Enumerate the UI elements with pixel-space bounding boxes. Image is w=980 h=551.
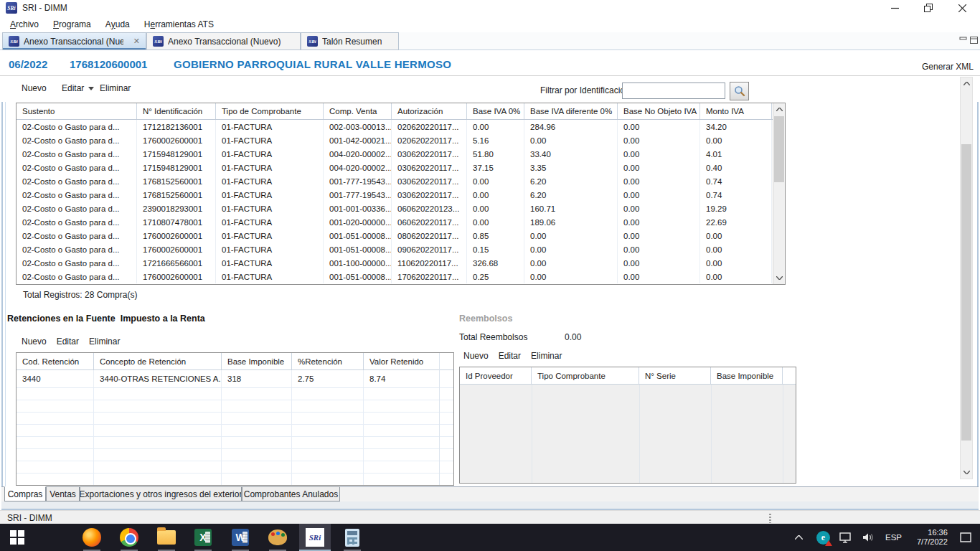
scroll-down-icon[interactable] xyxy=(961,466,972,479)
table-row[interactable]: 02-Costo o Gasto para d...17159481290010… xyxy=(17,161,773,174)
menu-archivo[interactable]: Archivo xyxy=(3,16,46,32)
compras-toolbar: Nuevo Editar Eliminar Filtrar por Identi… xyxy=(0,76,980,102)
taskbar-word[interactable]: W xyxy=(225,524,256,551)
compras-table-scrollbar[interactable] xyxy=(773,103,785,284)
nuevo-button[interactable]: Nuevo xyxy=(22,336,47,347)
table-row[interactable]: 02-Costo o Gasto para d...17600026000010… xyxy=(17,229,773,242)
clock[interactable]: 16:36 7/7/2022 xyxy=(917,524,958,551)
menu-ayuda[interactable]: Ayuda xyxy=(98,16,137,32)
scroll-down-icon[interactable] xyxy=(773,272,785,284)
tab-compras[interactable]: Compras xyxy=(4,486,46,501)
table-cell: 001-051-00008... xyxy=(324,229,392,242)
table-row[interactable]: 02-Costo o Gasto para d...17600026000010… xyxy=(17,270,773,283)
chrome-icon xyxy=(120,528,138,547)
column-header[interactable]: Base Imponible xyxy=(222,353,292,369)
table-cell: 0.00 xyxy=(467,120,524,133)
empty-cell xyxy=(94,425,222,436)
tab-talon-resumen[interactable]: SRi Talón Resumen xyxy=(301,32,399,50)
table-row[interactable]: 34403440-OTRAS RETENCIONES A...3182.758.… xyxy=(17,370,453,388)
tab-ventas[interactable]: Ventas xyxy=(46,486,80,501)
table-cell: 001-020-00000... xyxy=(324,215,392,229)
taskbar-excel[interactable]: X xyxy=(187,524,219,551)
table-row[interactable]: 02-Costo o Gasto para d...17159481290010… xyxy=(17,147,773,161)
empty-row xyxy=(17,388,453,400)
scroll-up-icon[interactable] xyxy=(961,77,972,90)
column-header[interactable]: Base Imponible xyxy=(711,367,783,384)
column-header[interactable]: Base No Objeto IVA xyxy=(618,103,700,119)
period-label: 06/2022 xyxy=(9,58,47,70)
sri-tab-icon: SRi xyxy=(9,36,19,47)
minimize-view-icon[interactable] xyxy=(959,37,967,44)
scrollbar-thumb[interactable] xyxy=(774,116,784,182)
table-cell: 0.00 xyxy=(618,147,700,161)
table-row[interactable]: 02-Costo o Gasto para d...17121821360010… xyxy=(17,120,773,133)
column-header[interactable]: Concepto de Retención xyxy=(94,353,222,369)
table-cell: 0.00 xyxy=(700,270,772,283)
table-row[interactable]: 02-Costo o Gasto para d...17600026000010… xyxy=(17,133,773,147)
column-header[interactable]: %Retención xyxy=(292,353,364,369)
table-row[interactable]: 02-Costo o Gasto para d...23900182930010… xyxy=(17,202,773,215)
scrollbar-thumb[interactable] xyxy=(961,144,971,441)
editar-button[interactable]: Editar xyxy=(62,83,94,93)
taskbar-sri-dimm[interactable]: SRi xyxy=(299,524,331,551)
column-header[interactable]: Valor Retenido xyxy=(364,353,440,369)
close-button[interactable] xyxy=(946,0,979,16)
tab-comprobantes-anulados[interactable]: Comprobantes Anulados xyxy=(242,486,340,501)
column-header[interactable]: Base IVA diferente 0% xyxy=(524,103,618,119)
table-row[interactable]: 02-Costo o Gasto para d...17600026000010… xyxy=(17,242,773,256)
tray-volume-button[interactable] xyxy=(862,524,881,551)
table-cell: 0.74 xyxy=(700,188,772,202)
compras-table-body: 02-Costo o Gasto para d...17121821360010… xyxy=(17,120,773,284)
taskbar-calculator[interactable] xyxy=(336,524,368,551)
tray-security-button[interactable]: e xyxy=(816,524,835,551)
column-header[interactable]: N° Identificación xyxy=(137,103,216,119)
tab-exportaciones[interactable]: Exportaciones y otros ingresos del exter… xyxy=(80,486,242,501)
column-header[interactable]: Sustento xyxy=(17,103,137,119)
table-cell: 01-FACTURA xyxy=(216,256,324,270)
column-header[interactable]: Base IVA 0% xyxy=(467,103,524,119)
table-row[interactable]: 02-Costo o Gasto para d...17681525600010… xyxy=(17,188,773,202)
start-button[interactable] xyxy=(1,524,33,551)
maximize-view-icon[interactable] xyxy=(970,37,978,44)
column-header[interactable]: Id Proveedor xyxy=(460,367,532,384)
menu-programa[interactable]: Programa xyxy=(46,16,98,32)
column-header[interactable]: Autorización xyxy=(392,103,467,119)
taskbar-file-explorer[interactable] xyxy=(151,524,182,551)
tab-close-icon[interactable]: ✕ xyxy=(133,37,140,45)
eliminar-button[interactable]: Eliminar xyxy=(100,83,131,93)
minimize-button[interactable] xyxy=(878,0,911,16)
restore-button[interactable] xyxy=(912,0,945,16)
tab-anexo-transaccional-2[interactable]: SRi Anexo Transaccional (Nuevo) xyxy=(146,32,301,50)
taskbar-paint[interactable] xyxy=(262,524,293,551)
action-center-button[interactable] xyxy=(960,524,979,551)
column-header[interactable]: Cod. Retención xyxy=(17,353,94,369)
filter-input[interactable] xyxy=(622,83,725,99)
tab-anexo-transaccional-1[interactable]: SRi Anexo Transaccional (Nuevo) ✕ xyxy=(2,32,146,50)
table-row[interactable]: 02-Costo o Gasto para d...17108074780010… xyxy=(17,215,773,229)
search-icon xyxy=(734,85,745,97)
editar-button[interactable]: Editar xyxy=(57,336,79,347)
taskbar-chrome[interactable] xyxy=(113,524,145,551)
table-row[interactable]: 02-Costo o Gasto para d...17216665660010… xyxy=(17,256,773,270)
nuevo-button[interactable]: Nuevo xyxy=(463,351,489,361)
eliminar-button[interactable]: Eliminar xyxy=(531,351,562,361)
eliminar-button[interactable]: Eliminar xyxy=(89,336,120,347)
taskbar-firefox[interactable] xyxy=(76,524,108,551)
search-button[interactable] xyxy=(730,82,749,100)
language-indicator[interactable]: ESP xyxy=(885,524,910,551)
editar-button[interactable]: Editar xyxy=(499,351,521,361)
column-header[interactable]: Tipo Comprobante xyxy=(532,367,639,384)
tray-network-button[interactable] xyxy=(839,524,858,551)
column-header[interactable]: Monto IVA xyxy=(700,103,772,119)
tray-expand-button[interactable] xyxy=(795,524,812,551)
generar-xml-button[interactable]: Generar XML xyxy=(922,62,974,72)
empty-cell xyxy=(17,413,94,424)
menu-herramientas-ats[interactable]: Herramientas ATS xyxy=(137,16,221,32)
scroll-up-icon[interactable] xyxy=(773,103,785,116)
nuevo-button[interactable]: Nuevo xyxy=(22,83,47,93)
column-header[interactable]: N° Serie xyxy=(639,367,711,384)
column-header[interactable]: Comp. Venta xyxy=(324,103,392,119)
column-header[interactable]: Tipo de Comprobante xyxy=(216,103,324,119)
page-scrollbar[interactable] xyxy=(960,77,973,479)
table-row[interactable]: 02-Costo o Gasto para d...17681525600010… xyxy=(17,174,773,188)
